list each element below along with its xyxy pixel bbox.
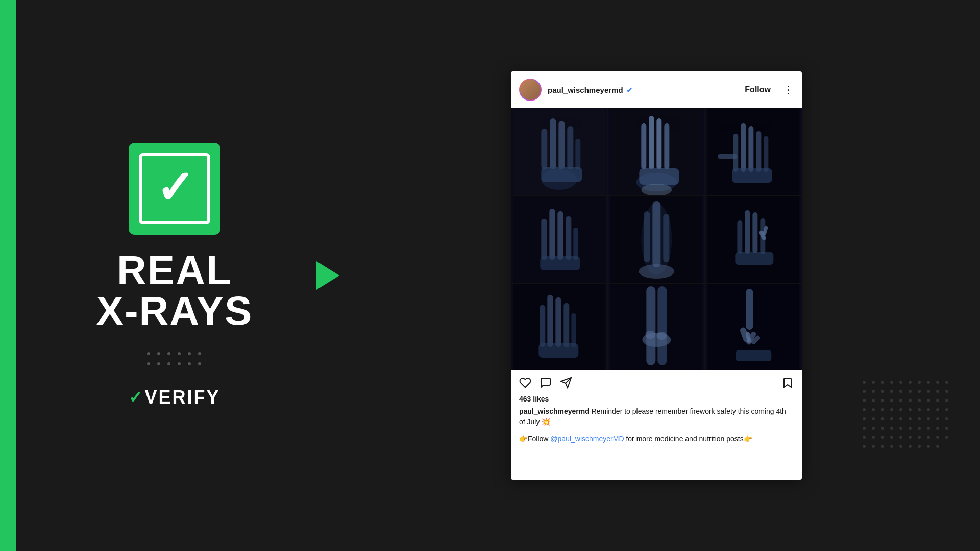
dot (872, 408, 875, 411)
share-button[interactable] (560, 377, 572, 389)
svg-rect-54 (657, 286, 667, 365)
more-options-button[interactable]: ⋮ (783, 84, 794, 96)
dot (909, 390, 912, 393)
dot (863, 399, 866, 402)
dot (167, 362, 170, 365)
dot (178, 362, 181, 365)
post-content: 463 likes paul_wischmeyermd Reminder to … (511, 395, 802, 453)
dot (899, 445, 902, 448)
right-dots-decoration (863, 381, 949, 449)
svg-rect-21 (764, 136, 769, 172)
action-bar (511, 370, 802, 395)
dot (872, 390, 875, 393)
svg-rect-64 (736, 350, 772, 361)
svg-rect-7 (541, 167, 582, 182)
svg-rect-53 (646, 286, 655, 365)
title-line2: X-RAYS (96, 288, 253, 334)
dot (188, 362, 191, 365)
xray-cell-1 (511, 108, 607, 195)
svg-rect-59 (746, 289, 753, 330)
dot (936, 390, 939, 393)
dot (157, 362, 160, 365)
dot (863, 390, 866, 393)
right-arrow-icon (316, 261, 339, 290)
svg-rect-39 (745, 210, 750, 254)
verified-checkbox-icon: ✓ (129, 143, 220, 235)
dot (927, 427, 930, 430)
dot (936, 417, 939, 420)
arrow-container (316, 261, 339, 290)
dot (918, 417, 921, 420)
dot (927, 445, 930, 448)
dot (918, 390, 921, 393)
verify-logo: ✓ VERIFY (129, 387, 220, 408)
dot (945, 427, 948, 430)
dot (918, 399, 921, 402)
svg-rect-18 (741, 123, 746, 172)
dot (927, 408, 930, 411)
dot (890, 408, 893, 411)
svg-point-36 (639, 264, 674, 279)
svg-rect-44 (736, 252, 774, 265)
dot (945, 417, 948, 420)
svg-rect-17 (733, 134, 739, 172)
left-accent-bar (0, 0, 16, 551)
bookmark-button[interactable] (781, 377, 794, 389)
svg-rect-49 (564, 303, 569, 347)
dot (909, 445, 912, 448)
dot (167, 352, 170, 355)
dot (198, 362, 201, 365)
follow-button[interactable]: Follow (739, 83, 777, 96)
svg-rect-20 (756, 131, 762, 172)
checkmark-symbol: ✓ (156, 165, 194, 211)
dot (936, 408, 939, 411)
svg-rect-3 (550, 118, 556, 169)
dot (909, 399, 912, 402)
dot (945, 381, 948, 384)
caption-username: paul_wischmeyermd (519, 407, 590, 415)
left-panel: ✓ REAL X-RAYS ✓ VERIFY (16, 0, 333, 551)
caption-follow-prefix: 👉Follow (519, 435, 550, 443)
verify-checkmark-icon: ✓ (129, 388, 142, 407)
like-button[interactable] (519, 377, 531, 389)
dot (198, 352, 201, 355)
dot (872, 381, 875, 384)
dot (918, 436, 921, 439)
dot (945, 399, 948, 402)
svg-rect-35 (663, 214, 669, 262)
dot (945, 390, 948, 393)
dot (945, 436, 948, 439)
username-area: paul_wischmeyermd ✔ (548, 85, 732, 95)
dot (188, 352, 191, 355)
verify-text: VERIFY (144, 387, 220, 408)
svg-rect-46 (540, 305, 545, 347)
dot (178, 352, 181, 355)
dot (899, 390, 902, 393)
comment-button[interactable] (540, 377, 552, 389)
dot (936, 427, 939, 430)
dot (899, 427, 902, 430)
instagram-card: paul_wischmeyermd ✔ Follow ⋮ (511, 71, 802, 480)
caption: paul_wischmeyermd Reminder to please rem… (519, 406, 794, 444)
xray-cell-4 (511, 196, 607, 283)
caption-profile-link[interactable]: @paul_wischmeyerMD (550, 435, 624, 443)
dot (890, 427, 893, 430)
dot (872, 427, 875, 430)
dot (872, 436, 875, 439)
svg-rect-33 (652, 201, 660, 267)
svg-rect-6 (575, 139, 580, 169)
dot (899, 417, 902, 420)
dot (936, 445, 939, 448)
svg-rect-19 (749, 126, 754, 172)
svg-rect-10 (641, 123, 646, 169)
xray-cell-5 (608, 196, 705, 283)
svg-rect-28 (566, 216, 571, 260)
title-line1: REAL (117, 247, 232, 293)
dot (918, 408, 921, 411)
xray-cell-6 (705, 196, 802, 283)
xray-image-grid (511, 108, 802, 370)
xray-cell-3 (705, 108, 802, 195)
xray-cell-9 (705, 284, 802, 370)
avatar[interactable] (519, 79, 542, 101)
dot (157, 352, 160, 355)
